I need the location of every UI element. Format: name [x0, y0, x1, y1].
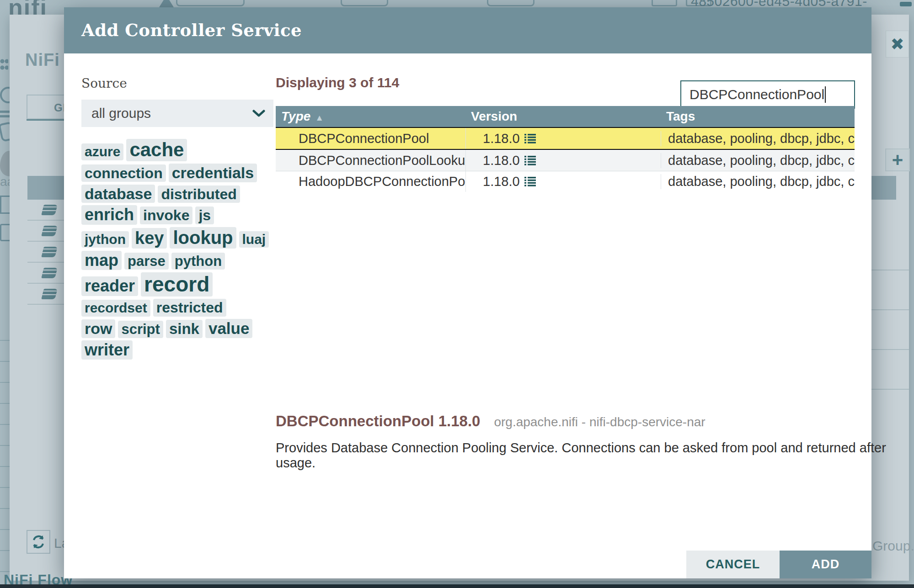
tag-pill[interactable]: connection — [81, 164, 166, 182]
refresh-icon — [27, 530, 50, 554]
row-separators — [871, 231, 909, 390]
output-port-icon — [487, 0, 535, 6]
add-button[interactable]: ADD — [780, 551, 871, 578]
service-version-cell: 1.18.0 — [465, 171, 661, 192]
tag-pill[interactable]: writer — [81, 340, 133, 360]
group-label: Group. — [872, 538, 914, 554]
results-summary: Displaying 3 of 114 — [276, 75, 399, 90]
source-group-select[interactable]: all groups — [81, 100, 273, 127]
tag-pill[interactable]: cache — [126, 139, 187, 161]
process-group-icon — [652, 0, 677, 6]
book-icon — [41, 205, 58, 215]
selected-service-bundle: org.apache.nifi - nifi-dbcp-service-nar — [494, 415, 705, 429]
row-separator — [871, 350, 909, 390]
tag-row: writer — [81, 340, 278, 361]
column-header-tags[interactable]: Tags — [661, 109, 855, 124]
tag-row: connectioncredentials — [81, 164, 278, 184]
column-header-version[interactable]: Version — [465, 109, 661, 124]
refresh-arrows-icon — [31, 534, 46, 550]
table-row-selected[interactable]: DBCPConnectionPool 1.18.0 database, pool… — [276, 127, 855, 150]
column-header-type-label: Type — [281, 109, 310, 123]
version-value: 1.18.0 — [483, 153, 520, 168]
service-type-cell: DBCPConnectionPool — [276, 131, 465, 146]
tag-pill[interactable]: parse — [124, 253, 169, 270]
service-tags-cell: database, pooling, dbcp, jdbc, connec… — [661, 131, 855, 146]
sort-asc-icon: ▲ — [315, 113, 324, 122]
tag-pill[interactable]: enrich — [81, 205, 137, 225]
column-header-type[interactable]: Type▲ — [276, 109, 465, 124]
book-icon — [41, 268, 58, 278]
cancel-button[interactable]: CANCEL — [686, 551, 780, 578]
close-icon: ✖ — [886, 31, 909, 58]
processor-icon — [176, 0, 245, 6]
service-version-cell: 1.18.0 — [465, 128, 661, 149]
tag-pill[interactable]: luaj — [239, 231, 269, 248]
tag-pill[interactable]: js — [195, 207, 214, 224]
tag-pill[interactable]: sink — [166, 320, 203, 338]
tag-row: mapparsepython — [81, 251, 278, 272]
row-separator — [871, 310, 909, 350]
version-value: 1.18.0 — [483, 131, 520, 146]
tag-pill[interactable]: distributed — [158, 185, 240, 203]
tag-row: azurecache — [81, 139, 278, 163]
source-label: Source — [81, 76, 127, 91]
tag-row: readerrecord — [81, 272, 278, 298]
book-icon — [41, 289, 58, 299]
service-type-cell: DBCPConnectionPoolLookup — [276, 153, 465, 168]
tag-pill[interactable]: lookup — [170, 227, 236, 249]
tag-pill[interactable]: row — [81, 319, 115, 338]
book-icon — [41, 226, 58, 236]
filter-types-value: DBCPConnectionPool — [690, 87, 824, 102]
selected-service-description: Provides Database Connection Pooling Ser… — [276, 440, 914, 471]
table-row[interactable]: DBCPConnectionPoolLookup 1.18.0 database… — [276, 150, 855, 171]
dialog-header: Add Controller Service — [64, 7, 871, 53]
tag-pill[interactable]: jython — [81, 231, 129, 248]
tag-pill[interactable]: key — [132, 228, 167, 249]
chevron-down-icon — [252, 110, 265, 117]
dialog-title: Add Controller Service — [81, 7, 302, 53]
text-caret — [825, 86, 826, 103]
source-group-value: all groups — [91, 100, 151, 127]
service-version-cell: 1.18.0 — [465, 150, 661, 171]
service-tags-cell: database, pooling, dbcp, jdbc, connec… — [661, 174, 855, 189]
service-tags-cell: database, pooling, dbcp, jdbc, connec… — [661, 153, 855, 168]
canvas-grid — [0, 320, 10, 581]
tag-row: databasedistributed — [81, 185, 278, 205]
tag-cloud: azurecacheconnectioncredentialsdatabased… — [81, 139, 278, 362]
tag-pill[interactable]: reader — [81, 276, 138, 296]
row-separator — [871, 231, 909, 270]
add-service-icon: + — [885, 148, 910, 171]
tag-pill[interactable]: script — [118, 321, 163, 338]
version-value: 1.18.0 — [483, 174, 520, 189]
tag-pill[interactable]: python — [171, 253, 225, 270]
selected-service-title: DBCPConnectionPool 1.18.0 — [276, 413, 480, 430]
service-types-table: Type▲ Version Tags DBCPConnectionPool 1.… — [276, 106, 855, 192]
row-separator — [871, 270, 909, 310]
tag-pill[interactable]: map — [81, 251, 122, 270]
list-icon[interactable] — [524, 134, 536, 143]
table-row[interactable]: HadoopDBCPConnectionPool 1.18.0 database… — [276, 171, 855, 192]
tag-pill[interactable]: database — [81, 185, 155, 203]
tag-pill[interactable]: azure — [81, 143, 123, 160]
bottom-bar — [0, 584, 914, 588]
tag-row: recordsetrestricted — [81, 299, 278, 318]
tag-pill[interactable]: record — [141, 272, 213, 297]
tag-row: enrichinvokejs — [81, 205, 278, 226]
service-type-cell: HadoopDBCPConnectionPool — [276, 174, 465, 189]
minus-icon — [900, 2, 912, 6]
list-icon[interactable] — [524, 156, 536, 165]
tag-pill[interactable]: invoke — [140, 207, 192, 224]
list-icon[interactable] — [524, 177, 536, 186]
filter-types-input[interactable]: DBCPConnectionPool — [680, 80, 855, 109]
tag-pill[interactable]: recordset — [81, 300, 150, 317]
tag-pill[interactable]: credentials — [169, 164, 257, 182]
tag-pill[interactable]: restricted — [153, 299, 226, 317]
template-icon — [159, 0, 174, 7]
book-icon — [41, 247, 58, 257]
tag-row: rowscriptsinkvalue — [81, 319, 278, 339]
table-header-row: Type▲ Version Tags — [276, 106, 855, 127]
input-port-icon — [341, 0, 388, 6]
add-controller-service-dialog: Add Controller Service Source all groups… — [64, 7, 871, 578]
tag-pill[interactable]: value — [205, 319, 253, 338]
tag-row: jythonkeylookupluaj — [81, 227, 278, 250]
